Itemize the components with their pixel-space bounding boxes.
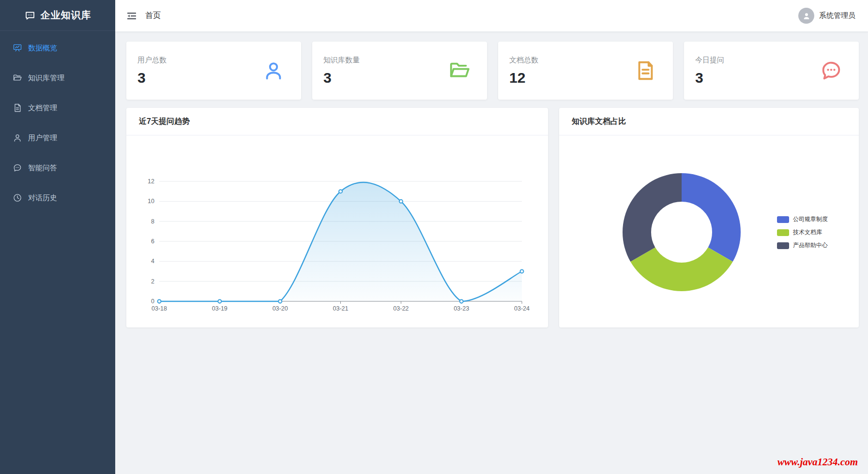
dashboard-icon — [13, 43, 22, 53]
sidebar-item-label: 对话历史 — [28, 193, 57, 203]
folder-open-icon — [448, 59, 471, 82]
svg-text:03-21: 03-21 — [333, 305, 349, 312]
svg-text:2: 2 — [151, 278, 154, 285]
folder-open-icon — [13, 73, 22, 83]
stat-value: 12 — [509, 70, 538, 86]
sidebar-item-chat-history[interactable]: 对话历史 — [0, 183, 115, 213]
pie-chart-title: 知识库文档占比 — [559, 108, 859, 135]
message-logo-icon — [24, 10, 36, 21]
trend-chart-area: 02468101203-1803-1903-2003-2103-2203-230… — [126, 135, 548, 327]
app-title: 企业知识库 — [41, 9, 91, 22]
svg-text:8: 8 — [151, 218, 154, 225]
legend-label: 产品帮助中心 — [793, 241, 828, 250]
stat-label: 知识库数量 — [323, 56, 360, 65]
app-logo[interactable]: 企业知识库 — [0, 0, 115, 31]
stat-label: 用户总数 — [137, 56, 167, 65]
trend-chart-title: 近7天提问趋势 — [126, 108, 548, 135]
legend-item-product-help[interactable]: 产品帮助中心 — [777, 241, 828, 250]
legend-swatch — [777, 216, 789, 223]
document-icon — [634, 59, 656, 82]
pie-chart-area: 公司规章制度 技术文档库 产品帮助中心 — [559, 135, 859, 327]
sidebar-item-label: 用户管理 — [28, 133, 57, 143]
stat-label: 今日提问 — [695, 56, 724, 65]
sidebar-item-knowledge-base[interactable]: 知识库管理 — [0, 63, 115, 93]
stat-value: 3 — [695, 70, 724, 86]
sidebar-item-smart-qa[interactable]: 智能问答 — [0, 153, 115, 183]
stat-cards-row: 用户总数 3 知识库数量 3 文档总数 12 — [126, 42, 859, 100]
document-icon — [13, 103, 22, 113]
svg-text:4: 4 — [151, 258, 154, 265]
svg-text:10: 10 — [148, 198, 154, 205]
pie-chart-card: 知识库文档占比 公司规章制度 技术文档库 产品帮助中心 — [559, 108, 859, 327]
sidebar: 企业知识库 数据概览 知识库管理 文档管理 — [0, 0, 115, 474]
user-icon — [262, 59, 285, 82]
stat-label: 文档总数 — [509, 56, 538, 65]
svg-text:03-22: 03-22 — [393, 305, 409, 312]
svg-text:0: 0 — [151, 298, 154, 305]
chat-bubble-icon — [13, 163, 22, 173]
sidebar-item-documents[interactable]: 文档管理 — [0, 93, 115, 123]
svg-text:12: 12 — [148, 178, 154, 185]
sidebar-item-users[interactable]: 用户管理 — [0, 123, 115, 153]
stat-value: 3 — [323, 70, 360, 86]
svg-text:03-18: 03-18 — [152, 305, 167, 312]
legend-swatch — [777, 229, 789, 236]
line-chart: 02468101203-1803-1903-2003-2103-2203-230… — [126, 135, 548, 327]
stat-card-today-questions: 今日提问 3 — [684, 42, 859, 100]
trend-chart-card: 近7天提问趋势 02468101203-1803-1903-2003-2103-… — [126, 108, 548, 327]
user-icon — [13, 133, 22, 143]
svg-text:6: 6 — [151, 238, 154, 245]
sidebar-item-label: 知识库管理 — [28, 74, 64, 83]
sidebar-fold-icon[interactable] — [126, 10, 137, 22]
sidebar-menu: 数据概览 知识库管理 文档管理 用户管理 — [0, 31, 115, 213]
legend-swatch — [777, 242, 789, 249]
main-content: 用户总数 3 知识库数量 3 文档总数 12 — [115, 31, 868, 474]
sidebar-item-label: 数据概览 — [28, 44, 57, 53]
user-menu[interactable]: 系统管理员 — [798, 8, 855, 24]
svg-text:03-23: 03-23 — [454, 305, 469, 312]
stat-value: 3 — [137, 70, 167, 86]
site-watermark: www.java1234.com — [777, 456, 858, 468]
clock-icon — [13, 193, 22, 203]
legend-item-tech-docs[interactable]: 技术文档库 — [777, 228, 828, 237]
legend-label: 技术文档库 — [793, 228, 822, 237]
sidebar-item-overview[interactable]: 数据概览 — [0, 33, 115, 63]
sidebar-item-label: 智能问答 — [28, 163, 57, 173]
avatar-person-icon — [802, 11, 811, 21]
svg-text:03-24: 03-24 — [514, 305, 530, 312]
sidebar-item-label: 文档管理 — [28, 104, 57, 113]
legend-item-company-rules[interactable]: 公司规章制度 — [777, 215, 828, 223]
pie-legend: 公司规章制度 技术文档库 产品帮助中心 — [777, 215, 828, 254]
stat-card-kb-count: 知识库数量 3 — [312, 42, 487, 100]
avatar — [798, 8, 814, 24]
chat-bubble-icon — [820, 59, 842, 82]
stat-card-doc-total: 文档总数 12 — [498, 42, 673, 100]
svg-text:03-20: 03-20 — [273, 305, 288, 312]
legend-label: 公司规章制度 — [793, 215, 828, 223]
current-username: 系统管理员 — [819, 11, 855, 20]
breadcrumb[interactable]: 首页 — [145, 11, 161, 21]
svg-text:03-19: 03-19 — [212, 305, 228, 312]
stat-card-total-users: 用户总数 3 — [126, 42, 301, 100]
charts-row: 近7天提问趋势 02468101203-1803-1903-2003-2103-… — [126, 108, 859, 327]
top-header: 首页 系统管理员 — [115, 0, 868, 31]
